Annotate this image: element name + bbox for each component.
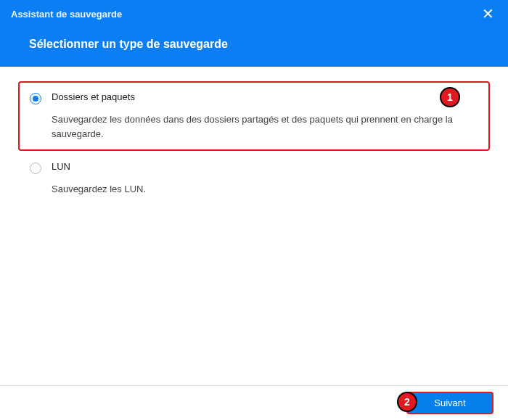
close-icon[interactable]: ✕ xyxy=(479,7,497,21)
wizard-content: Dossiers et paquets Sauvegardez les donn… xyxy=(0,67,508,207)
annotation-step-1: 1 xyxy=(440,87,460,107)
radio-lun[interactable] xyxy=(30,162,41,174)
radio-folders-packages[interactable] xyxy=(30,93,41,104)
wizard-footer: Suivant xyxy=(0,385,508,420)
option-label: LUN xyxy=(52,161,478,172)
option-body: Dossiers et paquets Sauvegardez les donn… xyxy=(52,91,478,141)
option-label: Dossiers et paquets xyxy=(52,91,478,102)
window-title: Assistant de sauvegarde xyxy=(11,9,122,20)
wizard-header: Assistant de sauvegarde ✕ Sélectionner u… xyxy=(0,0,508,67)
option-body: LUN Sauvegardez les LUN. xyxy=(52,161,478,197)
next-button[interactable]: Suivant xyxy=(406,392,493,414)
option-description: Sauvegardez les LUN. xyxy=(52,182,478,197)
annotation-step-2: 2 xyxy=(397,392,417,412)
option-folders-packages[interactable]: Dossiers et paquets Sauvegardez les donn… xyxy=(18,81,490,151)
wizard-step-title: Sélectionner un type de sauvegarde xyxy=(29,38,479,51)
titlebar: Assistant de sauvegarde ✕ xyxy=(0,0,508,28)
subtitle-row: Sélectionner un type de sauvegarde xyxy=(0,28,508,51)
option-description: Sauvegardez les données dans des dossier… xyxy=(52,112,478,141)
option-lun[interactable]: LUN Sauvegardez les LUN. xyxy=(18,151,490,207)
